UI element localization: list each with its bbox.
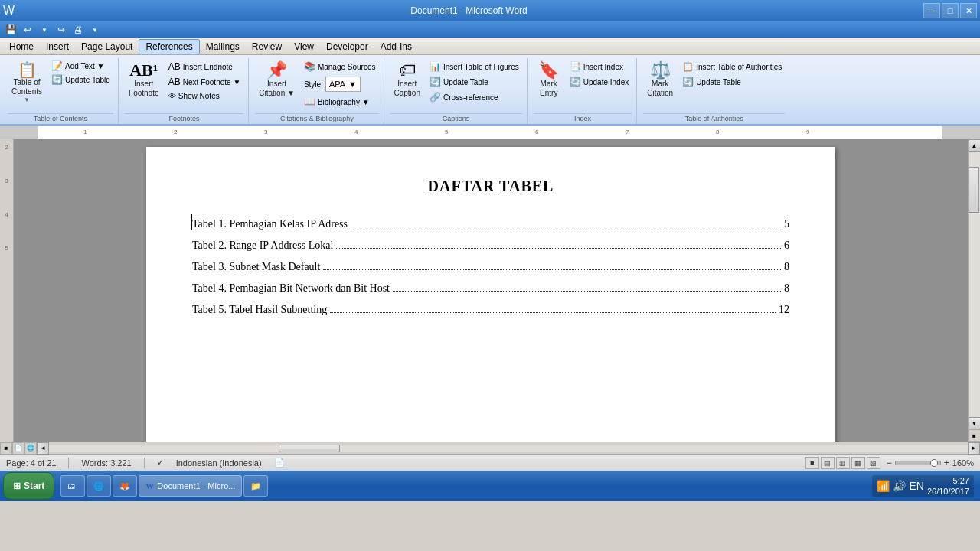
view-normal-button[interactable]: ■ (0, 442, 12, 455)
ribbon-tab-bar: Home Insert Page Layout References Maili… (0, 38, 980, 55)
status-bar: Page: 4 of 21 Words: 3.221 ✓ Indonesian … (0, 454, 980, 471)
show-notes-button[interactable]: 👁 Show Notes (165, 90, 244, 102)
insert-endnote-button[interactable]: AB Insert Endnote (165, 60, 244, 73)
insert-caption-button[interactable]: 🏷 InsertCaption (390, 60, 424, 100)
toc-page-4: 8 (784, 282, 789, 295)
taskbar-notepad[interactable]: 📁 (243, 475, 268, 497)
captions-group-content: 🏷 InsertCaption 📊 Insert Table of Figure… (390, 60, 522, 112)
add-text-button[interactable]: 📝 Add Text ▼ (48, 60, 113, 72)
zoom-in-button[interactable]: + (944, 458, 949, 468)
taskbar-explorer[interactable]: 🗂 (60, 475, 85, 497)
hscroll-thumb[interactable] (279, 445, 340, 452)
split-view-button[interactable]: ■ (969, 429, 981, 442)
tab-home[interactable]: Home (3, 40, 40, 54)
maximize-button[interactable]: □ (942, 3, 959, 18)
update-index-button[interactable]: 🔄 Update Index (567, 75, 632, 89)
vruler-num4: 5 (5, 245, 8, 252)
taskbar-word[interactable]: W Document1 - Micro... (139, 475, 242, 497)
status-view-5[interactable]: ▧ (867, 457, 880, 469)
qat-customize-button[interactable]: ▼ (87, 23, 103, 37)
authorities-secondary: 📋 Insert Table of Authorities 🔄 Update T… (679, 60, 785, 89)
zoom-thumb[interactable] (930, 459, 938, 467)
update-authorities-button[interactable]: 🔄 Update Table (679, 75, 785, 89)
ruler: 1 2 3 4 5 6 7 8 9 (0, 126, 980, 139)
insert-index-icon: 📑 (570, 61, 581, 72)
insert-index-button[interactable]: 📑 Insert Index (567, 60, 632, 73)
word-taskbar-icon: W (145, 481, 154, 491)
hscroll-left-button[interactable]: ◄ (37, 442, 49, 455)
scroll-track[interactable] (969, 152, 980, 417)
style-selector[interactable]: Style: APA ▼ (301, 75, 379, 93)
view-buttons: ■ ▤ ▥ ▦ ▧ (805, 457, 880, 469)
update-authorities-icon: 🔄 (682, 77, 694, 87)
update-table-toc-button[interactable]: 🔄 Update Table (48, 73, 113, 86)
toc-entry-3: Tabel 3. Subnet Mask Default 8 (192, 261, 789, 273)
insert-authorities-button[interactable]: 📋 Insert Table of Authorities (679, 60, 785, 73)
language-display[interactable]: Indonesian (Indonesia) (176, 458, 262, 468)
tab-page-layout[interactable]: Page Layout (75, 40, 139, 54)
update-table-captions-button[interactable]: 🔄 Update Table (426, 75, 522, 89)
toc-label-2: Tabel 2. Range IP Address Lokal (192, 240, 333, 252)
citations-group-label: Citations & Bibliography (255, 113, 378, 124)
table-of-contents-button[interactable]: 📋 Table ofContents ▼ (8, 60, 46, 106)
keyboard-icon: EN (909, 480, 923, 492)
insert-footnote-button[interactable]: AB¹ InsertFootnote (125, 60, 163, 100)
captions-group-label: Captions (390, 113, 522, 124)
scroll-down-button[interactable]: ▼ (969, 417, 981, 429)
tab-add-ins[interactable]: Add-Ins (374, 40, 418, 54)
toc-dots-5 (330, 312, 776, 313)
taskbar-chrome[interactable]: 🌐 (87, 475, 111, 497)
taskbar-firefox[interactable]: 🦊 (113, 475, 137, 497)
minimize-button[interactable]: ─ (923, 3, 940, 18)
clock-time: 5:27 (927, 475, 969, 486)
hscroll-right-button[interactable]: ► (968, 442, 980, 455)
bibliography-button[interactable]: 📖 Bibliography ▼ (301, 95, 379, 109)
start-button[interactable]: ⊞ Start (3, 472, 54, 500)
close-button[interactable]: ✕ (960, 3, 977, 18)
insert-table-figures-button[interactable]: 📊 Insert Table of Figures (426, 60, 522, 73)
print-qat-button[interactable]: 🖨 (70, 23, 86, 37)
tab-insert[interactable]: Insert (40, 40, 75, 54)
mark-citation-button[interactable]: ⚖️ MarkCitation (643, 60, 677, 100)
hscroll-track[interactable] (49, 445, 968, 452)
vruler-num2: 3 (5, 178, 8, 184)
redo-qat-button[interactable]: ↪ (54, 23, 69, 37)
zoom-slider[interactable] (895, 461, 941, 465)
ribbon-group-toc: 📋 Table ofContents ▼ 📝 Add Text ▼ 🔄 Upda… (3, 58, 119, 124)
toc-dots-2 (336, 248, 781, 249)
clock-date: 26/10/2017 (927, 486, 969, 497)
zoom-out-button[interactable]: − (887, 458, 892, 468)
status-view-4[interactable]: ▦ (851, 457, 865, 469)
scroll-up-button[interactable]: ▲ (969, 139, 981, 152)
manage-sources-button[interactable]: 📚 Manage Sources (301, 60, 379, 73)
style-label: Style: (304, 80, 323, 89)
tab-review[interactable]: Review (246, 40, 288, 54)
update-table-captions-icon: 🔄 (430, 77, 441, 87)
toc-entry-1: Tabel 1. Pembagian Kelas IP Adress 5 (192, 218, 789, 230)
ribbon-group-captions: 🏷 InsertCaption 📊 Insert Table of Figure… (386, 58, 528, 124)
scroll-thumb[interactable] (969, 167, 979, 213)
tab-developer[interactable]: Developer (320, 40, 374, 54)
undo-qat-button[interactable]: ↩ (20, 23, 35, 37)
save-qat-button[interactable]: 💾 (3, 23, 18, 37)
status-view-2[interactable]: ▤ (821, 457, 835, 469)
system-tray: 📶 🔊 EN 5:27 26/10/2017 (872, 475, 974, 497)
table-figures-icon: 📊 (430, 61, 441, 72)
cross-reference-button[interactable]: 🔗 Cross-reference (426, 90, 522, 104)
undo-dropdown-button[interactable]: ▼ (37, 23, 52, 37)
tab-view[interactable]: View (288, 40, 320, 54)
view-reading-button[interactable]: 📄 (12, 442, 24, 455)
status-view-3[interactable]: ▥ (836, 457, 850, 469)
next-footnote-button[interactable]: AB Next Footnote ▼ (165, 75, 244, 89)
style-dropdown[interactable]: APA ▼ (325, 77, 361, 92)
insert-citation-button[interactable]: 📌 InsertCitation ▼ (255, 60, 299, 100)
status-view-normal[interactable]: ■ (805, 457, 819, 469)
word-logo-icon: W (3, 4, 15, 18)
tab-mailings[interactable]: Mailings (200, 40, 246, 54)
tab-references[interactable]: References (139, 39, 199, 54)
chrome-icon: 🌐 (93, 481, 104, 491)
document-area[interactable]: DAFTAR TABEL Tabel 1. Pembagian Kelas IP… (14, 139, 968, 442)
mark-entry-button[interactable]: 🔖 MarkEntry (534, 60, 564, 100)
vertical-scrollbar: ▲ ▼ ■ (968, 139, 980, 442)
view-web-button[interactable]: 🌐 (24, 442, 37, 455)
